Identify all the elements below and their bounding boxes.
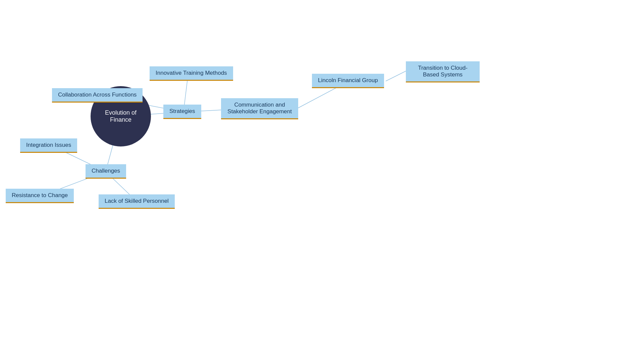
center-label: Evolution of Finance — [97, 109, 144, 123]
collaboration-label: Collaboration Across Functions — [58, 92, 137, 98]
communication-node[interactable]: Communication and Stakeholder Engagement — [221, 98, 298, 119]
lack-skilled-label: Lack of Skilled Personnel — [105, 198, 169, 204]
integration-node[interactable]: Integration Issues — [20, 138, 77, 153]
cloud-node[interactable]: Transition to Cloud-Based Systems — [406, 61, 480, 82]
resistance-label: Resistance to Change — [12, 192, 68, 198]
integration-label: Integration Issues — [26, 142, 71, 148]
strategies-node[interactable]: Strategies — [163, 105, 201, 119]
resistance-node[interactable]: Resistance to Change — [6, 189, 74, 203]
innovative-training-label: Innovative Training Methods — [156, 70, 227, 76]
strategies-label: Strategies — [169, 108, 195, 114]
lincoln-node[interactable]: Lincoln Financial Group — [312, 74, 384, 88]
lincoln-label: Lincoln Financial Group — [318, 77, 378, 83]
collaboration-node[interactable]: Collaboration Across Functions — [52, 88, 143, 103]
svg-line-5 — [386, 71, 406, 81]
challenges-node[interactable]: Challenges — [86, 164, 126, 179]
innovative-training-node[interactable]: Innovative Training Methods — [150, 66, 233, 81]
challenges-label: Challenges — [92, 168, 120, 174]
communication-label: Communication and Stakeholder Engagement — [227, 102, 292, 115]
cloud-label: Transition to Cloud-Based Systems — [418, 65, 468, 78]
lack-skilled-node[interactable]: Lack of Skilled Personnel — [99, 194, 175, 209]
